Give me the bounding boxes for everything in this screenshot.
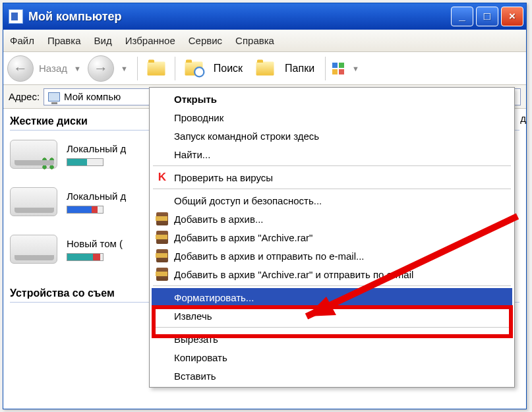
separator: [175, 57, 175, 80]
maximize-button[interactable]: □: [476, 7, 498, 26]
window-controls: _ □ ×: [451, 7, 523, 26]
ctx-copy[interactable]: Копировать: [152, 348, 512, 367]
drive-label: Новый том (: [67, 238, 123, 249]
search-label[interactable]: Поиск: [214, 63, 243, 74]
context-menu: Открыть Проводник Запуск командной строк…: [149, 87, 515, 388]
address-value: Мой компью: [64, 91, 121, 102]
drive-label: Локальный д: [67, 191, 126, 202]
kaspersky-icon: K: [156, 171, 169, 184]
ctx-virus-scan[interactable]: K Проверить на вирусы: [152, 168, 512, 187]
separator: [153, 327, 511, 328]
views-icon[interactable]: [332, 63, 345, 74]
ctx-cmd-here[interactable]: Запуск командной строки здесь: [152, 127, 512, 145]
ctx-open[interactable]: Открыть: [152, 90, 512, 108]
folders-label[interactable]: Папки: [285, 63, 314, 74]
ctx-format[interactable]: Форматировать...: [152, 288, 512, 307]
drive-icon: [10, 187, 57, 216]
back-dropdown-icon[interactable]: ▼: [74, 65, 81, 73]
ctx-sharing[interactable]: Общий доступ и безопасность...: [152, 191, 512, 210]
separator: [137, 57, 138, 80]
menu-tools[interactable]: Сервис: [189, 35, 222, 46]
menu-edit[interactable]: Правка: [47, 35, 81, 46]
separator: [153, 285, 511, 286]
title-bar: Мой компьютер _ □ ×: [3, 3, 526, 30]
my-computer-icon: [9, 9, 23, 24]
views-dropdown-icon[interactable]: ▼: [352, 65, 359, 73]
up-folder-icon[interactable]: [147, 61, 165, 75]
winrar-icon: [156, 231, 169, 244]
menu-favorites[interactable]: Избранное: [125, 35, 175, 46]
window-title: Мой компьютер: [28, 10, 122, 24]
winrar-icon: [156, 212, 169, 225]
separator: [153, 165, 511, 166]
forward-button[interactable]: →: [88, 55, 114, 82]
search-icon[interactable]: [185, 61, 202, 75]
back-button[interactable]: ←: [7, 55, 34, 82]
back-label: Назад: [39, 63, 67, 74]
folders-icon[interactable]: [256, 61, 274, 75]
forward-dropdown-icon[interactable]: ▼: [121, 65, 128, 73]
usage-bar: [67, 158, 103, 166]
usage-bar: [67, 253, 103, 261]
toolbar: ← Назад ▼ → ▼ Поиск Папки ▼: [3, 52, 526, 85]
ctx-rar-add[interactable]: Добавить в архив...: [152, 210, 512, 228]
separator: [325, 57, 326, 80]
winrar-icon: [156, 268, 169, 281]
usage-bar: [67, 206, 103, 214]
ctx-find[interactable]: Найти...: [152, 145, 512, 163]
my-computer-icon: [48, 92, 60, 102]
ctx-rar-add-named[interactable]: Добавить в архив "Archive.rar": [152, 228, 512, 247]
address-label: Адрес:: [9, 91, 40, 102]
separator: [153, 189, 511, 189]
ctx-eject[interactable]: Извлечь: [152, 307, 512, 325]
menu-help[interactable]: Справка: [235, 35, 274, 46]
winrar-icon: [156, 249, 169, 262]
close-button[interactable]: ×: [501, 7, 523, 26]
menu-file[interactable]: Файл: [10, 35, 34, 46]
ctx-paste[interactable]: Вставить: [152, 367, 512, 385]
minimize-button[interactable]: _: [451, 7, 473, 26]
drive-icon: [10, 140, 57, 169]
ctx-explorer[interactable]: Проводник: [152, 108, 512, 127]
menu-view[interactable]: Вид: [94, 35, 112, 46]
drive-icon: [10, 235, 57, 264]
ctx-cut[interactable]: Вырезать: [152, 330, 512, 348]
ctx-rar-mail-named[interactable]: Добавить в архив "Archive.rar" и отправи…: [152, 265, 512, 283]
ctx-rar-mail[interactable]: Добавить в архив и отправить по e-mail..…: [152, 247, 512, 265]
drive-label: Локальный д: [67, 143, 126, 154]
menu-bar: Файл Правка Вид Избранное Сервис Справка: [3, 30, 526, 52]
